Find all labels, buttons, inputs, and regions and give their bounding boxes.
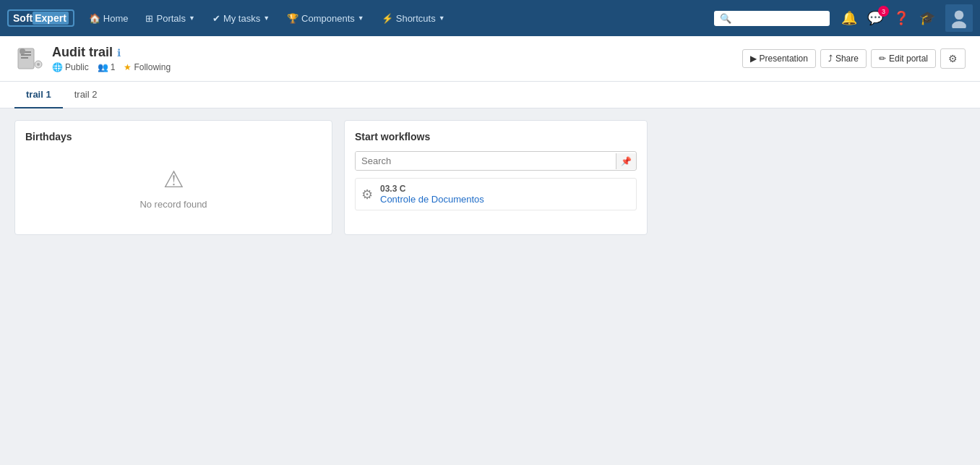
followers-icon: 👥 [98, 62, 108, 72]
portals-icon: ⊞ [145, 13, 153, 24]
nav-shortcuts-label: Shortcuts [396, 13, 436, 24]
workflow-info: 03.3 C Controle de Documentos [380, 184, 484, 205]
followers-count: 1 [111, 62, 116, 72]
components-icon: 🏆 [287, 13, 298, 24]
page-header: Audit trail ℹ 🌐 Public 👥 1 ★ Following [0, 36, 980, 82]
following-label: Following [134, 62, 171, 72]
main-content: Birthdays ⚠ No record found Start workfl… [0, 108, 980, 247]
svg-point-6 [20, 48, 25, 54]
nav-shortcuts[interactable]: ⚡ Shortcuts ▼ [374, 9, 452, 28]
globe-icon: 🌐 [52, 62, 63, 72]
top-navbar: SoftExpert 🏠 Home ⊞ Portals ▼ ✔ My tasks… [0, 0, 980, 36]
page-meta: 🌐 Public 👥 1 ★ Following [52, 62, 171, 72]
pin-icon[interactable]: 📌 [616, 153, 636, 169]
shortcuts-icon: ⚡ [382, 13, 393, 24]
page-title-text: Audit trail ℹ 🌐 Public 👥 1 ★ Following [52, 45, 171, 72]
svg-rect-5 [21, 57, 28, 59]
nav-icons-group: 🔔 💬 3 ❓ 🎓 [838, 4, 973, 32]
warning-icon: ⚠ [163, 166, 184, 193]
settings-button[interactable]: ⚙ [940, 48, 966, 69]
user-avatar-button[interactable] [945, 4, 973, 32]
audit-trail-icon [14, 43, 45, 74]
edit-portal-label: Edit portal [889, 54, 928, 64]
start-workflows-title: Start workflows [355, 131, 637, 142]
share-icon: ⤴ [828, 54, 833, 64]
nav-portals[interactable]: ⊞ Portals ▼ [138, 9, 202, 28]
header-actions: ▶ Presentation ⤴ Share ✏ Edit portal ⚙ [742, 48, 966, 69]
nav-components[interactable]: 🏆 Components ▼ [280, 9, 371, 28]
components-chevron-icon: ▼ [358, 14, 364, 22]
search-box[interactable]: 🔍 [714, 11, 830, 26]
info-icon[interactable]: ℹ [117, 47, 121, 59]
bell-icon: 🔔 [841, 11, 857, 25]
svg-point-0 [955, 11, 964, 20]
svg-point-1 [952, 21, 966, 28]
following-meta[interactable]: ★ Following [124, 62, 171, 72]
mytasks-chevron-icon: ▼ [263, 14, 270, 22]
pencil-icon: ✏ [879, 54, 886, 64]
logo-soft-text: Soft [13, 12, 33, 24]
share-button[interactable]: ⤴ Share [820, 49, 867, 68]
svg-point-8 [37, 63, 40, 66]
shortcuts-chevron-icon: ▼ [439, 14, 445, 22]
logo-expert-text: Expert [33, 12, 69, 25]
page-title: Audit trail [52, 45, 113, 60]
no-record-area: ⚠ No record found [25, 151, 322, 224]
presentation-icon: ▶ [750, 54, 757, 64]
graduation-icon: 🎓 [919, 11, 935, 25]
share-label: Share [835, 54, 859, 64]
help-icon: ❓ [893, 11, 909, 25]
tabs-bar: trail 1 trail 2 [0, 82, 980, 108]
presentation-button[interactable]: ▶ Presentation [742, 49, 816, 68]
nav-components-label: Components [301, 13, 355, 24]
tab-trail2[interactable]: trail 2 [63, 82, 109, 108]
star-icon: ★ [124, 62, 132, 72]
no-record-label: No record found [139, 199, 207, 210]
help-button[interactable]: ❓ [890, 7, 912, 29]
birthdays-title: Birthdays [25, 131, 322, 142]
logo[interactable]: SoftExpert [7, 9, 74, 27]
search-input[interactable] [731, 13, 825, 24]
tab-trail1[interactable]: trail 1 [14, 82, 63, 108]
avatar-icon [949, 8, 969, 28]
search-icon: 🔍 [720, 13, 731, 24]
notification-badge: 3 [878, 6, 889, 17]
notification-bell-button[interactable]: 🔔 [838, 7, 860, 29]
edit-portal-button[interactable]: ✏ Edit portal [871, 49, 936, 68]
presentation-label: Presentation [760, 54, 808, 64]
page-title-area: Audit trail ℹ 🌐 Public 👥 1 ★ Following [14, 43, 171, 74]
workflow-code: 03.3 C [380, 184, 484, 194]
page-title-row: Audit trail ℹ [52, 45, 171, 60]
nav-home[interactable]: 🏠 Home [82, 9, 136, 28]
portals-chevron-icon: ▼ [189, 14, 195, 22]
svg-rect-4 [21, 54, 31, 56]
nav-home-label: Home [103, 13, 129, 24]
home-icon: 🏠 [89, 13, 100, 24]
workflow-name: Controle de Documentos [380, 194, 484, 205]
gear-icon: ⚙ [948, 53, 958, 64]
birthdays-widget: Birthdays ⚠ No record found [14, 120, 332, 235]
start-workflows-widget: Start workflows 📌 ⚙ 03.3 C Controle de D… [344, 120, 648, 235]
mytasks-icon: ✔ [212, 13, 220, 24]
nav-portals-label: Portals [156, 13, 185, 24]
academy-button[interactable]: 🎓 [916, 7, 938, 29]
workflow-gear-icon: ⚙ [361, 187, 373, 202]
nav-mytasks[interactable]: ✔ My tasks ▼ [205, 9, 277, 28]
visibility-label: Public [65, 62, 89, 72]
workflow-search-input[interactable] [356, 152, 616, 170]
workflow-item[interactable]: ⚙ 03.3 C Controle de Documentos [355, 178, 637, 210]
nav-mytasks-label: My tasks [223, 13, 260, 24]
followers-meta: 👥 1 [98, 62, 116, 72]
workflow-search-wrap[interactable]: 📌 [355, 151, 637, 171]
chat-button[interactable]: 💬 3 [864, 7, 886, 29]
visibility-meta: 🌐 Public [52, 62, 89, 72]
